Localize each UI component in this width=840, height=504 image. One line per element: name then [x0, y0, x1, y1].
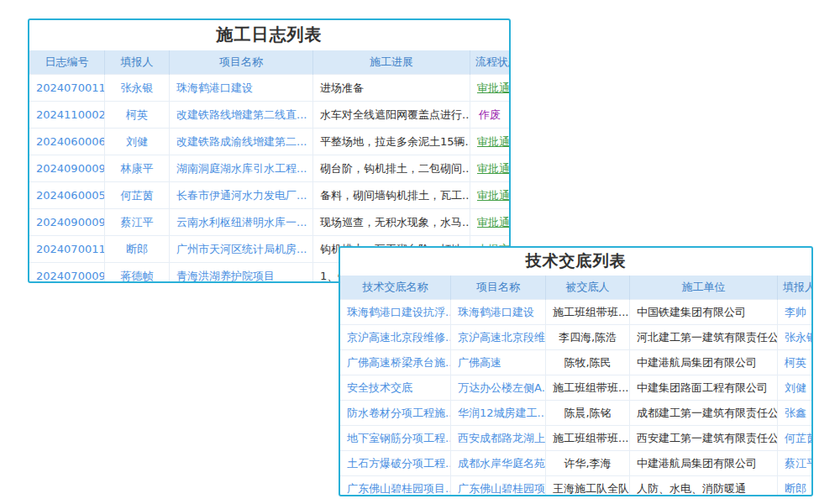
name-link[interactable]: 广东佛山碧桂园项目...	[347, 482, 451, 495]
reporter-link[interactable]: 李帅	[785, 306, 806, 318]
cell-reporter: 张永银	[778, 325, 812, 350]
status-link[interactable]: 审批通过	[477, 162, 509, 175]
project-link[interactable]: 京沪高速北京段维修	[458, 331, 546, 344]
table-row: 2024070011张永银珠海鹤港口建设进场准备审批通过	[29, 75, 509, 102]
cell-log_id: 2024070011	[29, 75, 105, 102]
reporter-link[interactable]: 张永银	[121, 81, 154, 94]
name-link[interactable]: 安全技术交底	[347, 381, 412, 394]
tech-disclosure-table: 技术交底名称项目名称被交底人施工单位填报人 珠海鹤港口建设抗浮...珠海鹤港口建…	[340, 276, 811, 496]
name-link[interactable]: 土石方爆破分项工程...	[347, 457, 451, 470]
reporter-link[interactable]: 柯英	[785, 356, 806, 369]
reporter-link[interactable]: 断郎	[785, 482, 806, 495]
name-link[interactable]: 地下室钢筋分项工程...	[347, 432, 451, 444]
status-link[interactable]: 作废	[479, 108, 501, 121]
cell-project: 京沪高速北京段维修	[451, 325, 546, 350]
reporter-link[interactable]: 柯英	[126, 108, 148, 121]
project-link[interactable]: 西安成都路龙湖上...	[458, 432, 546, 444]
name-link[interactable]: 广佛高速桥梁承台施...	[347, 356, 451, 369]
log_id-link[interactable]: 2024070011	[36, 243, 105, 255]
unit-text: 中建集团路面工程有限公司	[637, 381, 768, 394]
reporter-link[interactable]: 蒋德帧	[121, 270, 154, 282]
cell-log_id: 2024070009	[29, 263, 105, 284]
project-link[interactable]: 广佛高速	[458, 356, 501, 369]
cell-reporter: 蔡江平	[778, 451, 812, 476]
table-row: 2024060006刘健改建铁路成渝线增建第二...平整场地，拉走多余泥土15辆…	[29, 129, 509, 155]
cell-reporter: 断郎	[778, 476, 812, 497]
table-row: 广佛高速桥梁承台施...广佛高速陈牧,陈民中建港航局集团有限公司柯英	[340, 350, 811, 375]
cell-project: 改建铁路线增建第二线直...	[170, 102, 313, 129]
reporter-link[interactable]: 林康平	[121, 162, 154, 175]
project-link[interactable]: 云南水利枢纽潜明水库一...	[176, 216, 307, 228]
cell-progress: 现场巡查，无积水现象，水马...	[313, 209, 470, 236]
cell-name: 京沪高速北京段维修...	[340, 325, 451, 350]
cell-reporter: 何芷茵	[105, 182, 170, 209]
status-link[interactable]: 审批通过	[477, 216, 509, 228]
receiver-text: 许华,李海	[564, 457, 611, 470]
project-link[interactable]: 长春市伊通河水力发电厂...	[176, 189, 307, 202]
project-link[interactable]: 湖南洞庭湖水库引水工程...	[176, 162, 307, 175]
cell-receiver: 陈晨,陈铭	[546, 401, 630, 426]
cell-project: 广东佛山碧桂园项目	[451, 476, 546, 497]
status-link[interactable]: 审批通过	[477, 81, 509, 94]
project-link[interactable]: 广州市天河区统计局机房...	[176, 243, 307, 255]
cell-unit: 中建港航局集团有限公司	[630, 451, 778, 476]
reporter-link[interactable]: 蔡江平	[785, 457, 811, 470]
cell-reporter: 张鑫	[778, 401, 812, 426]
project-link[interactable]: 珠海鹤港口建设	[176, 81, 253, 94]
cell-status: 审批通过	[470, 75, 510, 102]
reporter-link[interactable]: 刘健	[785, 381, 806, 394]
cell-receiver: 李四海,陈浩	[546, 325, 630, 350]
cell-status: 审批通过	[470, 155, 510, 182]
cell-reporter: 柯英	[105, 102, 170, 129]
cell-reporter: 蔡江平	[105, 209, 170, 236]
cell-status: 审批通过	[470, 182, 510, 209]
cell-unit: 成都建工第一建筑有限责任公司	[630, 401, 778, 426]
log_id-link[interactable]: 2024060005	[36, 189, 105, 202]
cell-project: 华润12城房建工...	[451, 401, 546, 426]
construction-log-header: 日志编号填报人项目名称施工进展流程状态	[29, 50, 509, 75]
name-link[interactable]: 珠海鹤港口建设抗浮...	[347, 306, 451, 318]
project-link[interactable]: 改建铁路成渝线增建第二...	[176, 135, 307, 148]
cell-name: 地下室钢筋分项工程...	[340, 426, 451, 451]
log_id-link[interactable]: 2024070011	[36, 81, 105, 94]
column-header-unit: 施工单位	[630, 276, 778, 300]
log_id-link[interactable]: 2024090009	[36, 216, 105, 228]
cell-reporter: 柯英	[778, 350, 812, 375]
reporter-link[interactable]: 张鑫	[785, 407, 806, 419]
reporter-link[interactable]: 蔡江平	[121, 216, 154, 228]
project-link[interactable]: 广东佛山碧桂园项目	[458, 482, 546, 495]
status-link[interactable]: 审批通过	[477, 135, 509, 148]
cell-project: 云南水利枢纽潜明水库一...	[170, 209, 313, 236]
reporter-link[interactable]: 何芷茵	[785, 432, 811, 444]
name-link[interactable]: 防水卷材分项工程施...	[347, 407, 451, 419]
name-link[interactable]: 京沪高速北京段维修...	[347, 331, 451, 344]
cell-name: 广东佛山碧桂园项目...	[340, 476, 451, 497]
log_id-link[interactable]: 2024070009	[36, 270, 105, 282]
reporter-link[interactable]: 断郎	[126, 243, 148, 255]
receiver-text: 王海施工队全队	[553, 482, 629, 495]
project-link[interactable]: 华润12城房建工...	[458, 407, 546, 419]
reporter-link[interactable]: 何芷茵	[121, 189, 154, 202]
status-link[interactable]: 审批通过	[477, 189, 509, 202]
project-link[interactable]: 万达办公楼左侧A...	[458, 381, 546, 394]
project-link[interactable]: 珠海鹤港口建设	[458, 306, 534, 318]
table-row: 防水卷材分项工程施...华润12城房建工...陈晨,陈铭成都建工第一建筑有限责任…	[340, 401, 811, 426]
project-link[interactable]: 改建铁路线增建第二线直...	[176, 108, 307, 121]
column-header-log_id: 日志编号	[29, 50, 105, 75]
table-row: 安全技术交底万达办公楼左侧A...施工班组带班...中建集团路面工程有限公司刘健	[340, 375, 811, 401]
cell-log_id: 2024060006	[29, 129, 105, 155]
cell-project: 珠海鹤港口建设	[451, 300, 546, 325]
cell-project: 成都水岸华庭名苑...	[451, 451, 546, 476]
progress-text: 平整场地，拉走多余泥土15辆...	[320, 135, 470, 148]
cell-project: 西安成都路龙湖上...	[451, 426, 546, 451]
log_id-link[interactable]: 2024090009	[36, 162, 105, 175]
log_id-link[interactable]: 2024110002	[36, 108, 105, 121]
project-link[interactable]: 青海洪湖养护院项目	[176, 270, 275, 282]
column-header-receiver: 被交底人	[546, 276, 630, 300]
unit-text: 西安建工第一建筑有限责任公司	[637, 432, 778, 444]
project-link[interactable]: 成都水岸华庭名苑...	[458, 457, 546, 470]
reporter-link[interactable]: 张永银	[785, 331, 811, 344]
reporter-link[interactable]: 刘健	[126, 135, 148, 148]
log_id-link[interactable]: 2024060006	[36, 135, 105, 148]
cell-progress: 平整场地，拉走多余泥土15辆...	[313, 129, 470, 155]
